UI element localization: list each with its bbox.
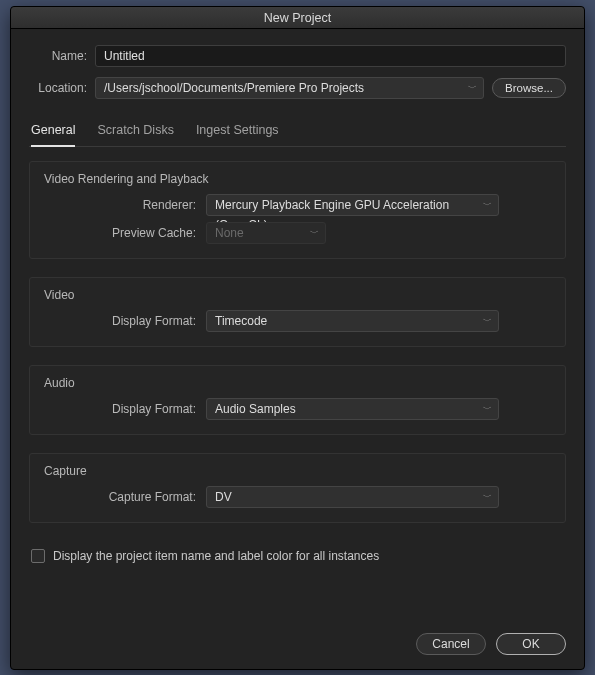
display-item-checkbox[interactable] xyxy=(31,549,45,563)
location-row: Location: /Users/jschool/Documents/Premi… xyxy=(29,77,566,99)
chevron-down-icon: ﹀ xyxy=(483,399,492,419)
spacer xyxy=(29,573,566,623)
ok-button[interactable]: OK xyxy=(496,633,566,655)
renderer-label: Renderer: xyxy=(44,198,196,212)
dialog-content: Name: Location: /Users/jschool/Documents… xyxy=(11,29,584,633)
capture-format-dropdown[interactable]: DV ﹀ xyxy=(206,486,499,508)
audio-display-format-dropdown[interactable]: Audio Samples ﹀ xyxy=(206,398,499,420)
video-display-format-value: Timecode xyxy=(215,314,267,328)
browse-button[interactable]: Browse... xyxy=(492,78,566,98)
location-label: Location: xyxy=(29,81,87,95)
preview-cache-label: Preview Cache: xyxy=(44,226,196,240)
location-value: /Users/jschool/Documents/Premiere Pro Pr… xyxy=(104,81,364,95)
tab-scratch-disks[interactable]: Scratch Disks xyxy=(97,117,173,146)
display-item-label: Display the project item name and label … xyxy=(53,549,379,563)
name-row: Name: xyxy=(29,45,566,67)
chevron-down-icon: ﹀ xyxy=(310,223,319,243)
section-video-rendering: Video Rendering and Playback Renderer: M… xyxy=(29,161,566,259)
preview-cache-value: None xyxy=(215,226,244,240)
dialog-title: New Project xyxy=(11,7,584,29)
audio-display-format-label: Display Format: xyxy=(44,402,196,416)
renderer-dropdown[interactable]: Mercury Playback Engine GPU Acceleration… xyxy=(206,194,499,216)
location-dropdown[interactable]: /Users/jschool/Documents/Premiere Pro Pr… xyxy=(95,77,484,99)
display-item-name-row[interactable]: Display the project item name and label … xyxy=(29,549,566,563)
cancel-button[interactable]: Cancel xyxy=(416,633,486,655)
dialog-footer: Cancel OK xyxy=(11,633,584,669)
chevron-down-icon: ﹀ xyxy=(483,311,492,331)
tab-general[interactable]: General xyxy=(31,117,75,147)
capture-format-label: Capture Format: xyxy=(44,490,196,504)
name-label: Name: xyxy=(29,49,87,63)
audio-display-format-value: Audio Samples xyxy=(215,402,296,416)
chevron-down-icon: ﹀ xyxy=(483,487,492,507)
section-title: Video xyxy=(44,288,551,302)
section-title: Video Rendering and Playback xyxy=(44,172,551,186)
chevron-down-icon: ﹀ xyxy=(483,195,492,215)
name-input[interactable] xyxy=(95,45,566,67)
section-title: Capture xyxy=(44,464,551,478)
video-display-format-dropdown[interactable]: Timecode ﹀ xyxy=(206,310,499,332)
capture-format-value: DV xyxy=(215,490,232,504)
preview-cache-dropdown: None ﹀ xyxy=(206,222,326,244)
tab-bar: General Scratch Disks Ingest Settings xyxy=(29,117,566,147)
tab-ingest-settings[interactable]: Ingest Settings xyxy=(196,117,279,146)
section-capture: Capture Capture Format: DV ﹀ xyxy=(29,453,566,523)
section-audio: Audio Display Format: Audio Samples ﹀ xyxy=(29,365,566,435)
video-display-format-label: Display Format: xyxy=(44,314,196,328)
new-project-dialog: New Project Name: Location: /Users/jscho… xyxy=(10,6,585,670)
section-title: Audio xyxy=(44,376,551,390)
chevron-down-icon: ﹀ xyxy=(468,78,477,98)
section-video: Video Display Format: Timecode ﹀ xyxy=(29,277,566,347)
